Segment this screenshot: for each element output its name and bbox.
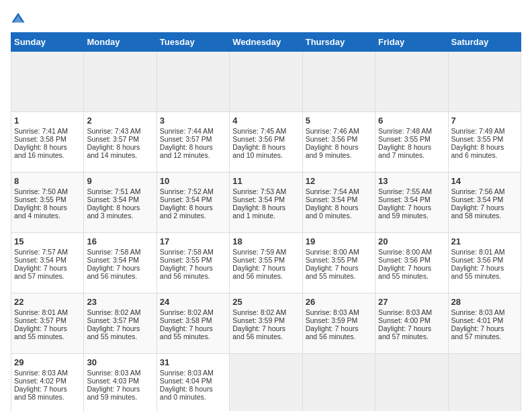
day-cell: 26Sunrise: 8:03 AMSunset: 3:59 PMDayligh… [302,293,375,354]
day-number: 8 [14,176,81,186]
day-info-line: Sunset: 4:04 PM [160,377,226,385]
day-info-line: Daylight: 7 hours [14,385,81,393]
day-cell: 8Sunrise: 7:50 AMSunset: 3:55 PMDaylight… [11,173,84,233]
day-info-line: Sunset: 3:55 PM [14,195,81,203]
day-cell: 15Sunrise: 7:57 AMSunset: 3:54 PMDayligh… [11,233,84,293]
day-info-line: and 12 minutes. [160,151,226,159]
day-info-line: Sunrise: 8:00 AM [378,248,445,256]
day-info-line: Daylight: 7 hours [232,324,299,332]
day-info-line: Sunset: 3:57 PM [87,316,153,324]
day-cell: 28Sunrise: 8:03 AMSunset: 4:01 PMDayligh… [448,293,521,354]
day-info-line: and 6 minutes. [451,151,518,159]
day-info-line: Sunset: 3:56 PM [378,256,445,264]
day-info-line: Sunset: 3:54 PM [14,256,81,264]
day-info-line: Sunset: 4:02 PM [14,377,81,385]
week-row-2: 1Sunrise: 7:41 AMSunset: 3:58 PMDaylight… [11,112,521,173]
day-cell: 3Sunrise: 7:44 AMSunset: 3:57 PMDaylight… [157,112,229,173]
col-header-friday: Friday [375,33,448,52]
day-number: 21 [451,236,518,246]
day-cell: 7Sunrise: 7:49 AMSunset: 3:55 PMDaylight… [448,112,521,173]
day-cell: 16Sunrise: 7:58 AMSunset: 3:54 PMDayligh… [84,233,157,293]
day-number: 25 [232,297,299,307]
day-number: 28 [451,297,518,307]
day-number: 16 [87,236,153,246]
day-info-line: Sunrise: 8:02 AM [87,308,153,316]
day-cell [157,52,229,112]
day-info-line: Sunset: 3:55 PM [306,256,372,264]
day-cell: 6Sunrise: 7:48 AMSunset: 3:55 PMDaylight… [375,112,448,173]
day-number: 30 [87,357,153,367]
day-number: 31 [160,357,226,367]
day-info-line: Sunrise: 7:56 AM [451,187,518,195]
day-info-line: Daylight: 7 hours [306,264,372,272]
day-info-line: Sunrise: 7:54 AM [306,187,372,195]
day-info-line: Sunset: 3:54 PM [232,195,299,203]
day-cell: 20Sunrise: 8:00 AMSunset: 3:56 PMDayligh… [375,233,448,293]
day-cell: 25Sunrise: 8:02 AMSunset: 3:59 PMDayligh… [230,293,302,354]
day-cell: 22Sunrise: 8:01 AMSunset: 3:57 PMDayligh… [11,293,84,354]
page-header [11,11,521,26]
day-cell: 5Sunrise: 7:46 AMSunset: 3:56 PMDaylight… [302,112,375,173]
day-info-line: Sunset: 3:56 PM [232,135,299,143]
day-info-line: Daylight: 7 hours [14,264,81,272]
day-number: 14 [451,176,518,186]
day-info-line: and 0 minutes. [306,212,372,220]
day-info-line: and 56 minutes. [232,332,299,340]
header-row: SundayMondayTuesdayWednesdayThursdayFrid… [11,33,521,52]
day-cell [11,52,84,112]
day-info-line: Sunset: 3:54 PM [87,195,153,203]
day-info-line: and 59 minutes. [378,212,445,220]
day-number: 2 [87,116,153,126]
day-info-line: and 55 minutes. [14,332,81,340]
day-info-line: and 0 minutes. [160,393,226,401]
day-info-line: and 58 minutes. [451,212,518,220]
day-info-line: Daylight: 7 hours [87,264,153,272]
day-info-line: Sunset: 3:58 PM [14,135,81,143]
week-row-3: 8Sunrise: 7:50 AMSunset: 3:55 PMDaylight… [11,173,521,233]
day-info-line: Daylight: 8 hours [160,203,226,212]
day-cell: 12Sunrise: 7:54 AMSunset: 3:54 PMDayligh… [302,173,375,233]
day-info-line: Sunrise: 7:58 AM [87,248,153,256]
week-row-4: 15Sunrise: 7:57 AMSunset: 3:54 PMDayligh… [11,233,521,293]
day-cell: 11Sunrise: 7:53 AMSunset: 3:54 PMDayligh… [230,173,302,233]
day-info-line: and 55 minutes. [378,272,445,280]
day-cell: 4Sunrise: 7:45 AMSunset: 3:56 PMDaylight… [230,112,302,173]
day-info-line: Sunset: 4:00 PM [378,316,445,324]
day-info-line: Sunrise: 8:03 AM [14,369,81,377]
day-info-line: Daylight: 7 hours [87,385,153,393]
day-info-line: and 1 minute. [232,212,299,220]
day-cell: 14Sunrise: 7:56 AMSunset: 3:54 PMDayligh… [448,173,521,233]
day-info-line: Sunset: 3:54 PM [451,195,518,203]
calendar-table: SundayMondayTuesdayWednesdayThursdayFrid… [11,32,521,411]
day-number: 1 [14,116,81,126]
week-row-6: 29Sunrise: 8:03 AMSunset: 4:02 PMDayligh… [11,354,521,412]
day-info-line: Daylight: 7 hours [87,324,153,332]
day-info-line: Sunrise: 7:49 AM [451,127,518,135]
day-info-line: Sunset: 3:56 PM [306,135,372,143]
day-number: 9 [87,176,153,186]
day-number: 19 [306,236,372,246]
day-info-line: and 10 minutes. [232,151,299,159]
day-info-line: and 55 minutes. [306,272,372,280]
day-cell: 31Sunrise: 8:03 AMSunset: 4:04 PMDayligh… [157,354,229,412]
day-number: 6 [378,116,445,126]
day-info-line: Sunset: 4:01 PM [451,316,518,324]
week-row-1 [11,52,521,112]
day-info-line: and 55 minutes. [160,332,226,340]
day-info-line: Sunset: 3:57 PM [87,135,153,143]
day-info-line: Sunrise: 8:03 AM [306,308,372,316]
day-cell: 23Sunrise: 8:02 AMSunset: 3:57 PMDayligh… [84,293,157,354]
day-number: 18 [232,236,299,246]
day-info-line: Daylight: 8 hours [160,385,226,393]
day-info-line: Sunrise: 7:41 AM [14,127,81,135]
day-info-line: Sunrise: 7:44 AM [160,127,226,135]
day-number: 12 [306,176,372,186]
day-number: 27 [378,297,445,307]
day-info-line: Daylight: 7 hours [232,264,299,272]
day-cell: 18Sunrise: 7:59 AMSunset: 3:55 PMDayligh… [230,233,302,293]
day-info-line: Sunrise: 8:02 AM [232,308,299,316]
day-info-line: Sunrise: 7:43 AM [87,127,153,135]
day-number: 15 [14,236,81,246]
day-info-line: Sunset: 3:57 PM [14,316,81,324]
day-info-line: and 55 minutes. [87,332,153,340]
